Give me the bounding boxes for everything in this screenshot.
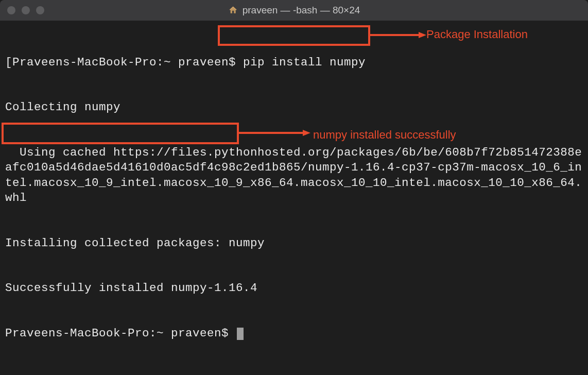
- prompt: Praveens-MacBook-Pro:~ praveen$: [5, 327, 236, 340]
- cursor: [237, 328, 244, 340]
- terminal-body[interactable]: [Praveens-MacBook-Pro:~ praveen$ pip ins…: [0, 21, 588, 375]
- terminal-line: Using cached https://files.pythonhosted.…: [5, 145, 583, 206]
- terminal-line: Praveens-MacBook-Pro:~ praveen$: [5, 326, 583, 341]
- terminal-line: Installing collected packages: numpy: [5, 236, 583, 251]
- prompt: [Praveens-MacBook-Pro:~ praveen$: [5, 56, 243, 69]
- close-button[interactable]: [7, 6, 15, 14]
- home-icon: [228, 5, 238, 15]
- titlebar[interactable]: praveen — -bash — 80×24: [0, 0, 588, 21]
- terminal-line: [Praveens-MacBook-Pro:~ praveen$ pip ins…: [5, 55, 583, 70]
- terminal-line: Collecting numpy: [5, 100, 583, 115]
- command-text: pip install numpy: [243, 56, 366, 69]
- maximize-button[interactable]: [36, 6, 44, 14]
- minimize-button[interactable]: [22, 6, 30, 14]
- window-title-text: praveen — -bash — 80×24: [243, 5, 360, 16]
- traffic-lights: [0, 6, 44, 14]
- terminal-line: Successfully installed numpy-1.16.4: [5, 281, 583, 296]
- window-title: praveen — -bash — 80×24: [228, 5, 360, 16]
- terminal-window: praveen — -bash — 80×24 [Praveens-MacBoo…: [0, 0, 588, 375]
